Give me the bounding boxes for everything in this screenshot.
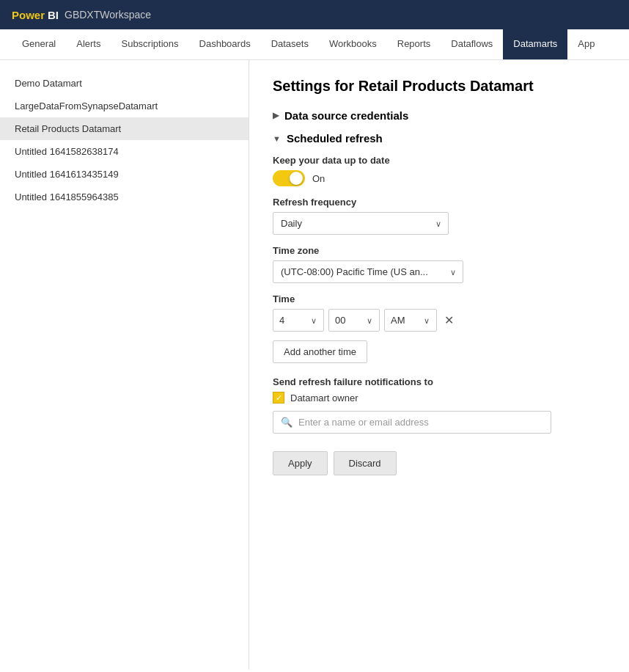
tab-subscriptions[interactable]: Subscriptions [111, 29, 188, 59]
datamart-owner-label: Datamart owner [290, 392, 358, 403]
scheduled-refresh-section: ▼ Scheduled refresh Keep your data up to… [273, 132, 606, 475]
notifications-section: Send refresh failure notifications to ✓ … [273, 376, 606, 434]
search-icon: 🔍 [281, 417, 293, 428]
time-minute-select[interactable]: 0015 3045 [328, 309, 380, 332]
time-minute-wrapper: 0015 3045 [328, 309, 380, 332]
scheduled-refresh-arrow-icon: ▼ [273, 134, 281, 143]
sidebar: Demo Datamart LargeDataFromSynapseDatama… [0, 60, 249, 670]
sidebar-item-large[interactable]: LargeDataFromSynapseDatamart [0, 95, 249, 117]
email-input[interactable] [298, 417, 543, 428]
data-source-section: ▶ Data source credentials [273, 109, 606, 122]
brand-bi: BI [48, 9, 59, 21]
tab-app[interactable]: App [567, 29, 605, 59]
tab-alerts[interactable]: Alerts [66, 29, 111, 59]
timezone-wrapper: (UTC-08:00) Pacific Time (US an... (UTC-… [273, 260, 463, 283]
refresh-frequency-select[interactable]: Daily Weekly [273, 212, 449, 235]
notifications-label: Send refresh failure notifications to [273, 376, 606, 387]
sidebar-item-untitled3[interactable]: Untitled 1641855964385 [0, 186, 249, 208]
time-ampm-select[interactable]: AMPM [384, 309, 437, 332]
apply-button[interactable]: Apply [273, 451, 328, 475]
datamart-owner-row: ✓ Datamart owner [273, 392, 606, 403]
keep-uptodate-label: Keep your data up to date [273, 155, 606, 166]
time-label: Time [273, 293, 606, 304]
refresh-frequency-wrapper: Daily Weekly [273, 212, 449, 235]
time-hour-wrapper: 123 456 789 101112 [273, 309, 324, 332]
toggle-on-switch[interactable] [273, 170, 305, 186]
data-source-label: Data source credentials [284, 109, 408, 122]
refresh-frequency-label: Refresh frequency [273, 197, 606, 208]
workspace-label: GBDXTWorkspace [65, 9, 151, 21]
action-row: Apply Discard [273, 451, 606, 475]
time-hour-select[interactable]: 123 456 789 101112 [273, 309, 324, 332]
scheduled-refresh-label: Scheduled refresh [287, 132, 383, 145]
time-ampm-wrapper: AMPM [384, 309, 437, 332]
sidebar-item-untitled1[interactable]: Untitled 1641582638174 [0, 140, 249, 163]
main-layout: Demo Datamart LargeDataFromSynapseDatama… [0, 60, 629, 670]
data-source-arrow-icon: ▶ [273, 111, 279, 120]
tab-datasets[interactable]: Datasets [261, 29, 319, 59]
add-another-time-button[interactable]: Add another time [273, 340, 367, 363]
sidebar-item-untitled2[interactable]: Untitled 1641613435149 [0, 163, 249, 186]
tab-reports[interactable]: Reports [387, 29, 441, 59]
brand-power: Power [12, 9, 45, 21]
tab-dataflows[interactable]: Dataflows [441, 29, 503, 59]
timezone-label: Time zone [273, 245, 606, 256]
toggle-on-label: On [312, 173, 325, 184]
datamart-owner-checkbox[interactable]: ✓ [273, 392, 284, 403]
sidebar-item-retail[interactable]: Retail Products Datamart [0, 117, 249, 140]
nav-tabs: General Alerts Subscriptions Dashboards … [0, 29, 629, 60]
time-row: 123 456 789 101112 0015 3045 AMPM [273, 309, 606, 332]
sidebar-item-demo[interactable]: Demo Datamart [0, 72, 249, 95]
scheduled-refresh-header[interactable]: ▼ Scheduled refresh [273, 132, 606, 145]
toggle-row: On [273, 170, 606, 186]
settings-title: Settings for Retail Products Datamart [273, 78, 606, 95]
email-input-wrapper: 🔍 [273, 411, 551, 434]
topbar: Power BI GBDXTWorkspace [0, 0, 629, 29]
discard-button[interactable]: Discard [334, 451, 397, 475]
brand: Power BI [12, 9, 59, 21]
tab-general[interactable]: General [12, 29, 66, 59]
tab-dashboards[interactable]: Dashboards [189, 29, 261, 59]
remove-time-icon[interactable]: ✕ [441, 310, 457, 330]
timezone-select[interactable]: (UTC-08:00) Pacific Time (US an... (UTC-… [273, 260, 463, 283]
tab-datamarts[interactable]: Datamarts [503, 29, 567, 59]
data-source-header[interactable]: ▶ Data source credentials [273, 109, 606, 122]
tab-workbooks[interactable]: Workbooks [319, 29, 387, 59]
content-area: Settings for Retail Products Datamart ▶ … [249, 60, 629, 670]
